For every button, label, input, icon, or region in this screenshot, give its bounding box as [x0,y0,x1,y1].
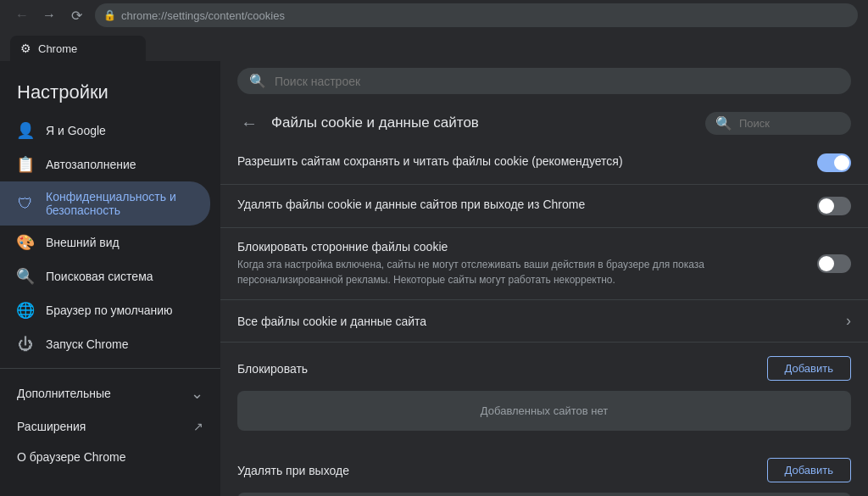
all-cookies-title: Все файлы cookie и данные сайта [237,315,426,328]
lock-icon: 🔒 [103,9,116,21]
tab-bar: ⚙ Chrome [0,31,868,61]
delete-label: Удалять при выходе [237,464,349,477]
block-add-button[interactable]: Добавить [767,356,851,381]
back-button[interactable]: ← [10,3,34,27]
chevron-right-icon: › [846,312,851,330]
content-search-icon: 🔍 [715,115,732,131]
sidebar: Настройки 👤 Я и Google 📋 Автозаполнение … [0,61,220,496]
toggle-knob [819,198,834,214]
extensions-left: Расширения [17,420,86,433]
sidebar-additional[interactable]: Дополнительные ⌄ [0,376,220,411]
setting-title: Блокировать сторонние файлы cookie [237,240,800,254]
setting-title: Удалять файлы cookie и данные сайтов при… [237,198,800,211]
page-title: Файлы cookie и данные сайтов [271,114,479,131]
content-header: ← Файлы cookie и данные сайтов 🔍 [220,101,868,142]
search-icon: 🔍 [17,268,34,285]
startup-icon: ⏻ [17,336,34,353]
sidebar-item-privacy[interactable]: 🛡 Конфиденциальность и безопасность [0,181,210,226]
tab-title: Chrome [38,42,77,55]
nav-buttons: ← → ⟳ [10,3,88,27]
toggle-knob [834,155,849,170]
allow-cookies-row[interactable]: Разрешить сайтам сохранять и читать файл… [220,142,868,185]
setting-left: Удалять файлы cookie и данные сайтов при… [237,198,817,215]
delete-add-button[interactable]: Добавить [767,458,851,482]
setting-desc: Когда эта настройка включена, сайты не м… [237,257,800,287]
chevron-down-icon: ⌄ [191,384,203,403]
main-layout: Настройки 👤 Я и Google 📋 Автозаполнение … [0,61,868,496]
sidebar-label: Поисковая система [46,270,153,283]
toggle-knob [819,256,834,271]
content-area: 🔍 ← Файлы cookie и данные сайтов 🔍 Разре… [220,61,868,496]
setting-title: Разрешить сайтам сохранять и читать файл… [237,154,800,168]
block-third-party-row[interactable]: Блокировать сторонние файлы cookie Когда… [220,228,868,300]
sidebar-label: Автозаполнение [46,158,136,171]
address-bar[interactable]: 🔒 chrome://settings/content/cookies [95,3,858,27]
address-text: chrome://settings/content/cookies [121,9,849,22]
sidebar-extensions[interactable]: Расширения ↗ [0,411,220,442]
sidebar-label: Я и Google [46,124,106,137]
delete-section-header: Удалять при выходе Добавить [220,444,868,489]
reload-button[interactable]: ⟳ [64,3,88,27]
all-cookies-row[interactable]: Все файлы cookie и данные сайта › [220,300,868,343]
content-header-left: ← Файлы cookie и данные сайтов [237,111,479,135]
sidebar-label: Конфиденциальность и безопасность [46,190,193,217]
browser-icon: 🌐 [17,302,34,319]
content-body: Разрешить сайтам сохранять и читать файл… [220,142,868,496]
sidebar-item-autofill[interactable]: 📋 Автозаполнение [0,148,210,181]
block-section-header: Блокировать Добавить [220,343,868,387]
setting-left: Разрешить сайтам сохранять и читать файл… [237,154,817,171]
additional-label: Дополнительные [17,387,111,400]
search-icon: 🔍 [249,73,266,89]
delete-on-exit-toggle[interactable] [817,197,851,215]
block-third-party-toggle[interactable] [817,254,851,273]
about-label: О браузере Chrome [17,450,126,464]
autofill-icon: 📋 [17,156,34,173]
global-search[interactable]: 🔍 [237,68,851,94]
browser-chrome: ← → ⟳ 🔒 chrome://settings/content/cookie… [0,0,868,31]
block-empty-text: Добавленных сайтов нет [481,404,608,417]
sidebar-label: Запуск Chrome [46,337,128,351]
forward-button[interactable]: → [37,3,61,27]
sidebar-item-search[interactable]: 🔍 Поисковая система [0,259,210,293]
browser-tab[interactable]: ⚙ Chrome [10,36,146,61]
content-search-input[interactable] [739,117,841,130]
block-label: Блокировать [237,362,308,376]
tab-favicon: ⚙ [20,42,31,55]
person-icon: 👤 [17,122,34,139]
block-empty: Добавленных сайтов нет [237,391,851,431]
sidebar-item-default-browser[interactable]: 🌐 Браузер по умолчанию [0,293,210,327]
allow-cookies-toggle[interactable] [817,153,851,172]
content-search[interactable]: 🔍 [705,112,851,135]
sidebar-item-me-and-google[interactable]: 👤 Я и Google [0,114,210,148]
sidebar-item-startup[interactable]: ⏻ Запуск Chrome [0,327,210,361]
appearance-icon: 🎨 [17,234,34,251]
global-search-input[interactable] [275,75,839,88]
sidebar-item-about[interactable]: О браузере Chrome [0,442,210,472]
delete-on-exit-row[interactable]: Удалять файлы cookie и данные сайтов при… [220,185,868,228]
setting-left: Блокировать сторонние файлы cookie Когда… [237,240,817,287]
sidebar-label: Браузер по умолчанию [46,304,173,317]
sidebar-divider [0,368,220,369]
extensions-label: Расширения [17,420,86,433]
content-topbar: 🔍 [220,61,868,101]
sidebar-item-appearance[interactable]: 🎨 Внешний вид [0,226,210,259]
back-button[interactable]: ← [237,111,261,135]
shield-icon: 🛡 [17,195,34,212]
sidebar-label: Внешний вид [46,236,120,249]
external-link-icon: ↗ [193,420,203,433]
delete-empty: Добавленных сайтов нет [237,493,851,496]
settings-title: Настройки [0,68,220,114]
